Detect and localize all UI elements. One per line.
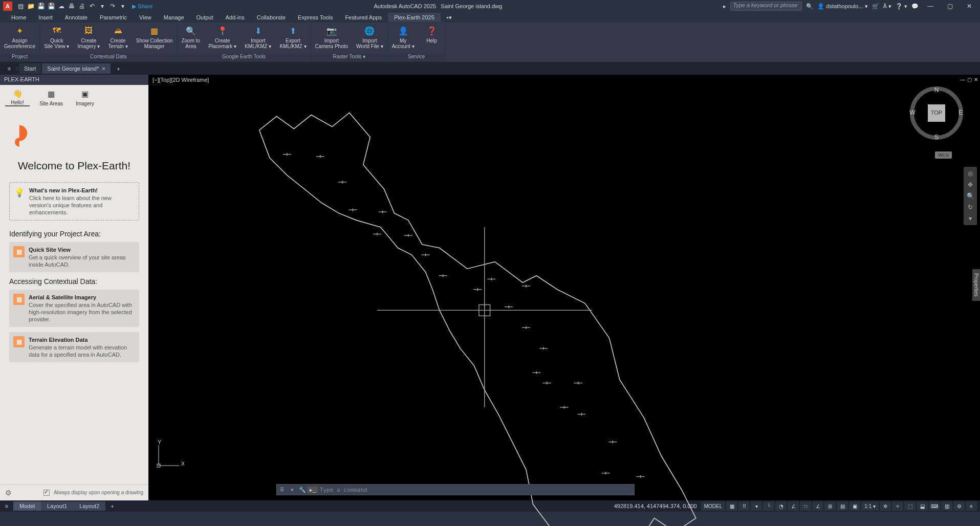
doctabs-sep: / xyxy=(16,65,18,72)
wcs-indicator[interactable]: WCS xyxy=(935,151,952,159)
menu-featured-apps[interactable]: Featured Apps xyxy=(339,13,388,22)
cmd-tool-icon[interactable]: 🔧 xyxy=(297,487,308,493)
qat-save-icon[interactable]: 💾 xyxy=(37,2,45,10)
help-icon[interactable]: ❔ ▾ xyxy=(896,3,907,10)
terrain-elevation-card[interactable]: ▦ Terrain Elevation DataGenerate a terra… xyxy=(9,332,139,362)
create-imagery-label: CreateImagery ▾ xyxy=(77,38,100,49)
create-imagery-button[interactable]: 🖼CreateImagery ▾ xyxy=(73,23,104,54)
import-kml-button[interactable]: ⬇ImportKML/KMZ ▾ xyxy=(241,23,275,54)
menu-add-ins[interactable]: Add-ins xyxy=(220,13,251,22)
drawing-content xyxy=(148,75,980,526)
zoom-to-area-button[interactable]: 🔍Zoom toArea xyxy=(177,23,204,54)
nav-zoom-icon[interactable]: 🔍 xyxy=(967,192,974,200)
ribbon-group-label: Project xyxy=(0,54,39,62)
search-input[interactable]: Type a keyword or phrase xyxy=(730,2,802,11)
create-placemark-button[interactable]: 📍CreatePlacemark ▾ xyxy=(204,23,241,54)
assign-georeference-icon: ✦ xyxy=(13,25,27,37)
nav-show-icon[interactable]: ▾ xyxy=(969,215,972,222)
share-button[interactable]: ▶ Share xyxy=(132,3,153,10)
export-kml-button[interactable]: ⬆ExportKML/KMZ ▾ xyxy=(275,23,310,54)
quick-site-view-card[interactable]: ▦ Quick Site ViewGet a quick overview of… xyxy=(9,242,139,272)
drawing-canvas[interactable]: [−][Top][2D Wireframe] — ▢ ✕ xyxy=(148,75,980,500)
maximize-button[interactable]: ▢ xyxy=(942,1,957,11)
quick-site-view-button[interactable]: 🗺QuickSite View ▾ xyxy=(40,23,73,54)
comment-icon[interactable]: 💬 xyxy=(911,3,919,10)
whats-new-card[interactable]: 💡 What's new in Plex-Earth!Click here to… xyxy=(9,182,139,221)
properties-tab[interactable]: Properties xyxy=(972,269,980,301)
user-menu[interactable]: 👤 dstathopoulo... ▾ xyxy=(817,3,867,10)
show-collection-manager-button[interactable]: ▦Show CollectionManager xyxy=(132,23,177,54)
qat-plot-icon[interactable]: 🖶 xyxy=(68,2,76,10)
my-account-button[interactable]: 👤MyAccount ▾ xyxy=(388,23,419,54)
doctabs-menu-icon[interactable]: ≡ xyxy=(3,65,15,72)
svg-text:S: S xyxy=(934,134,939,141)
view-cube[interactable]: TOP N S W E xyxy=(908,85,965,141)
gear-icon[interactable]: ⚙ xyxy=(5,489,12,497)
qat-print-icon[interactable]: 🖨 xyxy=(78,2,86,10)
menu-parametric[interactable]: Parametric xyxy=(94,13,133,22)
qat-web-icon[interactable]: ☁ xyxy=(57,2,66,10)
import-camera-photo-button[interactable]: 📷ImportCamera Photo xyxy=(311,23,352,54)
qat-redo-drop-icon[interactable]: ▾ xyxy=(119,2,127,10)
cmd-handle-icon[interactable]: ⠿ xyxy=(277,487,287,493)
layout-tab-model[interactable]: Model xyxy=(13,501,41,511)
layout-tab-layout1[interactable]: Layout1 xyxy=(41,501,73,511)
qat-undo-icon[interactable]: ↶ xyxy=(88,2,96,10)
minimize-button[interactable]: — xyxy=(923,1,938,11)
nav-orbit-icon[interactable]: ↻ xyxy=(968,204,973,211)
tab-start[interactable]: Start xyxy=(19,63,41,74)
cmd-close-icon[interactable]: × xyxy=(287,487,297,493)
plex-earth-logo xyxy=(9,124,32,152)
app-icon[interactable]: A xyxy=(3,2,12,11)
menu-view[interactable]: View xyxy=(133,13,158,22)
tab-add-button[interactable]: ＋ xyxy=(112,63,125,75)
navigation-bar[interactable]: ◎ ✥ 🔍 ↻ ▾ xyxy=(964,167,977,225)
layout-tab-layout2[interactable]: Layout2 xyxy=(73,501,105,511)
import-world-file-button[interactable]: 🌐ImportWorld File ▾ xyxy=(352,23,387,54)
ribbon-group-label: Raster Tools ▾ xyxy=(311,54,387,62)
panel-tab-hello[interactable]: 👋Hello! xyxy=(5,88,30,106)
menu-annotate[interactable]: Annotate xyxy=(59,13,94,22)
panel-tab-imagery[interactable]: ▣Imagery xyxy=(73,88,97,106)
nav-wheel-icon[interactable]: ◎ xyxy=(968,170,973,177)
tab-active-document[interactable]: Saint George island* × xyxy=(42,63,110,74)
layout-menu-icon[interactable]: ≡ xyxy=(0,503,13,509)
qat-redo-icon[interactable]: ↷ xyxy=(108,2,117,10)
grid-icon: ▦ xyxy=(45,88,58,100)
ribbon-group-label: Service xyxy=(388,54,445,62)
create-terrain-button[interactable]: ⛰CreateTerrain ▾ xyxy=(104,23,132,54)
assign-georeference-button[interactable]: ✦AssignGeoreference xyxy=(0,23,39,54)
search-icon[interactable]: 🔍 xyxy=(806,3,813,10)
menu-express-tools[interactable]: Express Tools xyxy=(292,13,339,22)
search-play-icon[interactable]: ▸ xyxy=(723,3,726,10)
svg-text:E: E xyxy=(959,109,963,116)
qat-new-icon[interactable]: ▤ xyxy=(16,2,25,10)
cmd-input[interactable]: Type a command xyxy=(318,487,367,493)
command-line[interactable]: ⠿ × 🔧 ▸_ Type a command xyxy=(276,484,635,495)
show-collection-manager-icon: ▦ xyxy=(147,25,162,37)
qat-saveas-icon[interactable]: 💾 xyxy=(47,2,55,10)
qat-undo-drop-icon[interactable]: ▾ xyxy=(98,2,106,10)
help-button[interactable]: ❓Help xyxy=(419,23,445,54)
menu-home[interactable]: Home xyxy=(5,13,32,22)
always-display-checkbox[interactable] xyxy=(43,490,50,496)
menu-collaborate[interactable]: Collaborate xyxy=(251,13,292,22)
image-icon: ▣ xyxy=(78,88,92,100)
cart-icon[interactable]: 🛒 xyxy=(872,3,879,10)
menu-extra[interactable]: ▪▾ xyxy=(441,13,458,23)
layout-add-button[interactable]: ＋ xyxy=(105,501,119,512)
tab-close-icon[interactable]: × xyxy=(102,65,105,72)
menu-manage[interactable]: Manage xyxy=(158,13,190,22)
close-button[interactable]: ✕ xyxy=(962,1,977,11)
aerial-imagery-card[interactable]: ▦ Aerial & Satellite ImageryCover the sp… xyxy=(9,290,139,327)
window-title: Autodesk AutoCAD 2025 Saint George islan… xyxy=(153,3,723,9)
panel-tab-site-areas[interactable]: ▦Site Areas xyxy=(39,88,63,106)
menu-plex-earth-2025[interactable]: Plex-Earth 2025 xyxy=(388,13,441,22)
menu-insert[interactable]: Insert xyxy=(32,13,59,22)
apps-icon[interactable]: Å ▾ xyxy=(883,3,891,10)
ribbon-group-label: Contextual Data xyxy=(40,54,177,62)
zoom-to-area-icon: 🔍 xyxy=(184,25,198,37)
menu-output[interactable]: Output xyxy=(190,13,220,22)
nav-pan-icon[interactable]: ✥ xyxy=(968,181,973,188)
qat-open-icon[interactable]: 📁 xyxy=(27,2,35,10)
